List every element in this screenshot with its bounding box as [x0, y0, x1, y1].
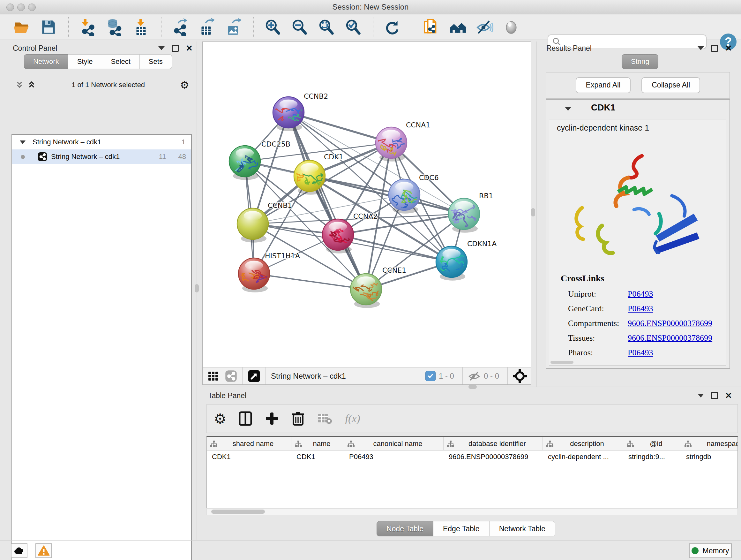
right-splitter[interactable] [536, 42, 537, 387]
column-header-canonical-name[interactable]: canonical name [344, 437, 444, 450]
network-edge [288, 112, 391, 143]
tab-network[interactable]: Network [24, 54, 68, 69]
left-splitter-handle[interactable] [195, 284, 199, 293]
cloud-button[interactable] [11, 543, 27, 558]
float-panel-icon[interactable] [711, 392, 718, 399]
float-panel-icon[interactable] [172, 45, 179, 52]
collection-expand-icon[interactable] [20, 140, 25, 144]
column-header-name[interactable]: name [291, 437, 344, 450]
crosslink-link[interactable]: P06493 [628, 348, 653, 358]
crosslink-row: Compartments:9606.ENSP00000378699 [568, 316, 721, 331]
show-columns-icon[interactable] [239, 411, 253, 426]
bottom-splitter-handle[interactable] [468, 385, 477, 389]
node-navigator-icon[interactable] [513, 369, 527, 383]
network-node-CDC6[interactable] [389, 179, 423, 213]
tab-select[interactable]: Select [102, 54, 140, 69]
netbar-separator [508, 368, 508, 384]
tab-string[interactable]: String [622, 54, 658, 69]
crosslink-row: Uniprot:P06493 [568, 287, 721, 301]
share-view-icon[interactable] [225, 370, 237, 382]
gene-section-collapse-icon[interactable] [565, 107, 571, 111]
tab-network-table[interactable]: Network Table [489, 521, 555, 537]
netbar-separator [462, 368, 463, 384]
export-image-button[interactable] [224, 17, 243, 37]
string-home-button[interactable] [448, 17, 467, 37]
node-label-HIST1H1A: HIST1H1A [265, 252, 300, 260]
save-session-button[interactable] [39, 17, 58, 37]
import-network-from-database-button[interactable] [105, 17, 124, 37]
close-panel-icon[interactable]: ✕ [186, 46, 193, 51]
collapse-all-button[interactable]: Collapse All [642, 77, 700, 93]
network-edge-count: 48 [179, 152, 186, 161]
show-all-button[interactable] [502, 17, 521, 37]
zoom-selected-button[interactable] [343, 17, 362, 37]
network-node-CDC25B[interactable] [229, 145, 261, 180]
table-hscroll-thumb[interactable] [211, 509, 265, 514]
results-hscroll-thumb[interactable] [550, 361, 574, 364]
export-network-button[interactable] [171, 17, 190, 37]
zoom-out-button[interactable] [290, 17, 309, 37]
collapse-all-icon[interactable] [15, 80, 24, 90]
panel-menu-icon[interactable] [158, 46, 165, 50]
column-header-description[interactable]: description [543, 437, 623, 450]
crosslink-link[interactable]: P06493 [628, 289, 653, 299]
network-node-RB1[interactable] [448, 198, 480, 233]
expand-all-icon[interactable] [27, 80, 37, 90]
crosslink-link[interactable]: 9606.ENSP00000378699 [628, 319, 712, 328]
close-panel-icon[interactable]: ✕ [725, 46, 732, 51]
apply-preferred-layout-button[interactable] [382, 17, 401, 37]
zoom-in-button[interactable] [263, 17, 282, 37]
import-table-button[interactable] [131, 17, 151, 37]
warnings-button[interactable] [36, 543, 52, 558]
crosslink-link[interactable]: P06493 [628, 304, 653, 314]
tab-sets[interactable]: Sets [140, 54, 172, 69]
tab-node-table[interactable]: Node Table [377, 521, 433, 537]
tab-style[interactable]: Style [68, 54, 102, 69]
panel-menu-icon[interactable] [697, 46, 704, 50]
network-node-CDK1[interactable] [291, 160, 334, 195]
grid-view-icon[interactable] [208, 370, 220, 382]
hide-selected-button[interactable] [475, 17, 494, 37]
add-column-icon[interactable] [265, 411, 279, 426]
table-settings-gear-icon[interactable]: ⚙ [214, 411, 226, 427]
function-builder-icon: f(x) [345, 413, 360, 425]
network-row-selected[interactable]: String Network – cdk1 11 48 [12, 149, 191, 164]
network-node-CCNA1[interactable] [372, 127, 407, 162]
network-collection-row[interactable]: String Network – cdk1 1 [12, 135, 191, 149]
column-header-namespace[interactable]: namespace [681, 437, 738, 450]
birdseye-view-icon[interactable] [248, 370, 260, 382]
column-tree-icon [546, 440, 554, 447]
network-node-CDKN1A[interactable] [416, 246, 469, 281]
table-hscrollbar[interactable] [206, 508, 738, 515]
memory-button[interactable]: Memory [689, 543, 732, 558]
network-canvas[interactable]: CCNB2CCNA1CDC25BCDK1CDC6RB1CCNB1CCNA2CDK… [203, 42, 531, 367]
clone-network-button[interactable] [421, 17, 441, 37]
network-node-HIST1H1A[interactable] [239, 258, 279, 293]
network-node-CCNB1[interactable] [237, 208, 268, 243]
open-session-button[interactable] [12, 17, 31, 37]
node-label-CDC25B: CDC25B [261, 140, 290, 148]
table-cell: stringdb [681, 450, 738, 463]
tab-edge-table[interactable]: Edge Table [433, 521, 489, 537]
export-table-button[interactable] [197, 17, 216, 37]
network-node-CCNB2[interactable] [264, 97, 310, 132]
column-header-database-identifier[interactable]: database identifier [444, 437, 543, 450]
selected-nodes-checkbox[interactable] [425, 371, 435, 381]
delete-column-icon[interactable] [291, 411, 305, 426]
panel-menu-icon[interactable] [697, 394, 704, 397]
crosslink-link[interactable]: 9606.ENSP00000378699 [628, 333, 712, 343]
network-node-CCNA2[interactable] [322, 219, 354, 253]
right-splitter-handle[interactable] [531, 208, 535, 216]
close-panel-icon[interactable]: ✕ [725, 393, 732, 398]
column-header-@id[interactable]: @id [623, 437, 681, 450]
float-panel-icon[interactable] [711, 45, 718, 52]
table-row[interactable]: CDK1CDK1P064939606.ENSP00000378699cyclin… [207, 450, 738, 463]
column-header-shared-name[interactable]: shared name [207, 437, 291, 450]
import-network-button[interactable] [78, 17, 97, 37]
expand-all-button[interactable]: Expand All [576, 77, 631, 93]
fit-content-button[interactable] [317, 17, 336, 37]
network-node-CCNE1[interactable] [347, 273, 390, 308]
gray-eye-icon [502, 18, 520, 36]
network-options-gear-icon[interactable]: ⚙ [180, 79, 189, 91]
table-cell: P06493 [344, 450, 444, 463]
